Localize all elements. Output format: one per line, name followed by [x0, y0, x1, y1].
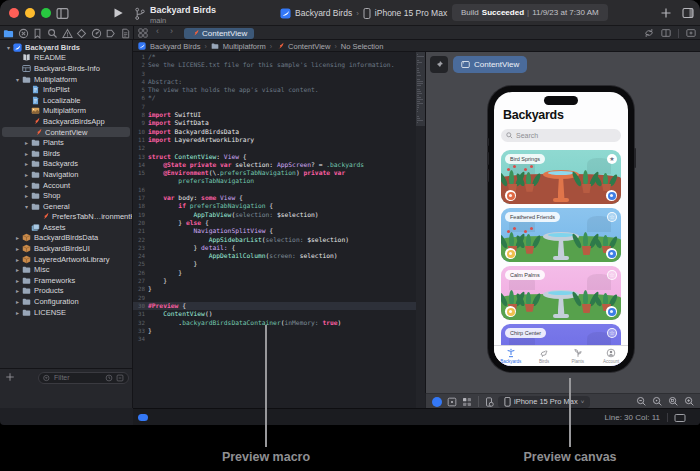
zoom-fit-icon[interactable]: [668, 396, 679, 407]
sidebar-item-license[interactable]: ▸LICENSE: [0, 307, 132, 318]
find-icon[interactable]: [47, 28, 58, 39]
preview-pin-button[interactable]: [430, 56, 448, 73]
code-line[interactable]: 18 if prefersTabNavigation {: [133, 202, 425, 210]
code-line[interactable]: 25 }: [133, 260, 425, 268]
breadcrumb-item[interactable]: Backyard Birds: [150, 42, 200, 51]
device-settings-icon[interactable]: [484, 397, 494, 407]
code-line[interactable]: 6*/: [133, 94, 425, 102]
sidebar-item-plants[interactable]: ▸Plants: [0, 137, 132, 148]
app-tab-plants[interactable]: Plants: [561, 346, 595, 366]
selectable-mode-icon[interactable]: [447, 397, 457, 407]
related-items-icon[interactable]: [138, 28, 148, 38]
sidebar-item-products[interactable]: ▸Products: [0, 286, 132, 297]
code-line[interactable]: 21 NavigationSplitView {: [133, 227, 425, 235]
sidebar-item-backyardbirdsapp[interactable]: BackyardBirdsApp: [0, 116, 132, 127]
code-line[interactable]: 34: [133, 335, 425, 343]
code-line[interactable]: 14 @State private var selection: AppScre…: [133, 161, 425, 169]
disclosure-chevron-icon[interactable]: ▸: [22, 139, 31, 146]
code-line[interactable]: 20 } else {: [133, 219, 425, 227]
breadcrumb-item[interactable]: No Selection: [341, 42, 384, 51]
preview-device-picker[interactable]: iPhone 15 Pro Max ˅: [498, 396, 590, 408]
disclosure-chevron-icon[interactable]: ▸: [13, 298, 22, 305]
disclosure-chevron-icon[interactable]: ▸: [22, 182, 31, 189]
code-line[interactable]: 31 ContentView(): [133, 310, 425, 318]
disclosure-chevron-icon[interactable]: ▸: [22, 171, 31, 178]
code-line[interactable]: 23 } detail: {: [133, 244, 425, 252]
favorite-star-button[interactable]: ☆: [607, 270, 617, 280]
breadcrumb-item[interactable]: ContentView: [288, 42, 330, 51]
sidebar-item-general[interactable]: ▾General: [0, 201, 132, 212]
zoom-out-icon[interactable]: [636, 396, 647, 407]
code-line[interactable]: 1/*: [133, 53, 425, 61]
disclosure-chevron-icon[interactable]: ▸: [13, 234, 22, 241]
sidebar-item-backyardbirdsdata[interactable]: ▸BackyardBirdsData: [0, 233, 132, 244]
toggle-sidebar-icon[interactable]: [56, 7, 69, 19]
code-line[interactable]: 29: [133, 294, 425, 302]
code-line[interactable]: 10import BackyardBirdsData: [133, 128, 425, 136]
code-line[interactable]: 8import SwiftUI: [133, 111, 425, 119]
code-review-icon[interactable]: [661, 28, 671, 38]
disclosure-chevron-icon[interactable]: ▸: [22, 150, 31, 157]
backyard-card-bird-springs[interactable]: Bird Springs★: [501, 150, 621, 204]
code-line[interactable]: 2See the LICENSE.txt file for this sampl…: [133, 61, 425, 69]
favorite-star-button[interactable]: ★: [607, 154, 617, 164]
code-line-highlighted[interactable]: 30#Preview {: [133, 302, 425, 310]
recents-clock-icon[interactable]: [105, 374, 113, 382]
go-back-icon[interactable]: ‹: [156, 26, 159, 36]
variants-mode-icon[interactable]: [462, 397, 472, 407]
add-file-icon[interactable]: [5, 372, 15, 382]
sidebar-item-backyardbirdsui[interactable]: ▸BackyardBirdsUI: [0, 243, 132, 254]
sidebar-item-navigation[interactable]: ▸Navigation: [0, 169, 132, 180]
minimize-window-button[interactable]: [25, 8, 35, 18]
app-tab-backyards[interactable]: Backyards: [494, 346, 528, 366]
disclosure-chevron-icon[interactable]: ▾: [4, 44, 13, 51]
sidebar-item-shop[interactable]: ▸Shop: [0, 190, 132, 201]
backyard-card-feathered-friends[interactable]: Feathered Friends☆: [501, 208, 621, 262]
zoom-window-button[interactable]: [41, 8, 51, 18]
favorite-star-button[interactable]: ☆: [607, 328, 617, 338]
sidebar-item-infoplist[interactable]: InfoPlist: [0, 84, 132, 95]
issues-icon[interactable]: [62, 28, 73, 39]
source-editor[interactable]: 1/*2See the LICENSE.txt file for this sa…: [133, 52, 425, 408]
disclosure-chevron-icon[interactable]: ▸: [13, 309, 22, 316]
sidebar-item-contentview[interactable]: ContentView: [2, 127, 130, 138]
run-button[interactable]: [112, 7, 124, 19]
sidebar-item-preferstabn-ironmentkey[interactable]: PrefersTabN…ironmentKey: [0, 212, 132, 223]
source-control-filter-icon[interactable]: [116, 374, 124, 382]
sidebar-item-birds[interactable]: ▸Birds: [0, 148, 132, 159]
code-line[interactable]: 7: [133, 103, 425, 111]
minimap[interactable]: [416, 52, 425, 408]
add-editor-icon[interactable]: [686, 28, 696, 38]
code-line[interactable]: 19 AppTabView(selection: $selection): [133, 211, 425, 219]
app-search-field[interactable]: Search: [501, 129, 621, 142]
code-line[interactable]: 12: [133, 144, 425, 152]
disclosure-chevron-icon[interactable]: ▾: [22, 203, 31, 210]
tab-contentview[interactable]: ContentView: [184, 28, 254, 40]
app-tab-birds[interactable]: Birds: [528, 346, 562, 366]
disclosure-chevron-icon[interactable]: ▸: [13, 266, 22, 273]
sidebar-item-multiplatform[interactable]: ▾Multiplatform: [0, 74, 132, 85]
code-line[interactable]: prefersTabNavigation: [133, 177, 425, 185]
bookmarks-icon[interactable]: [32, 28, 43, 39]
disclosure-chevron-icon[interactable]: ▸: [22, 160, 31, 167]
breadcrumb-item[interactable]: Multiplatform: [223, 42, 266, 51]
breakpoints-icon[interactable]: [105, 28, 116, 39]
code-line[interactable]: 11import LayeredArtworkLibrary: [133, 136, 425, 144]
code-line[interactable]: 13struct ContentView: View {: [133, 153, 425, 161]
tests-icon[interactable]: [76, 28, 87, 39]
sidebar-item-misc[interactable]: ▸Misc: [0, 264, 132, 275]
library-plus-icon[interactable]: [660, 7, 672, 19]
app-tab-account[interactable]: Account: [595, 346, 629, 366]
code-line[interactable]: 9import SwiftData: [133, 119, 425, 127]
code-line[interactable]: 5The view that holds the app's visual co…: [133, 86, 425, 94]
close-window-button[interactable]: [9, 8, 19, 18]
code-line[interactable]: 28}: [133, 285, 425, 293]
activity-view[interactable]: Build Succeeded | 11/9/23 at 7:30 AM: [452, 4, 608, 21]
sidebar-item-backyard-birds-info[interactable]: Backyard-Birds-Info: [0, 63, 132, 74]
code-line[interactable]: 17 var body: some View {: [133, 194, 425, 202]
filter-input[interactable]: Filter: [38, 372, 129, 384]
adjust-editor-icon[interactable]: [644, 28, 654, 38]
live-preview-mode-button[interactable]: [432, 397, 442, 407]
code-line[interactable]: 26 }: [133, 269, 425, 277]
editor-mode-icon[interactable]: [674, 413, 686, 423]
